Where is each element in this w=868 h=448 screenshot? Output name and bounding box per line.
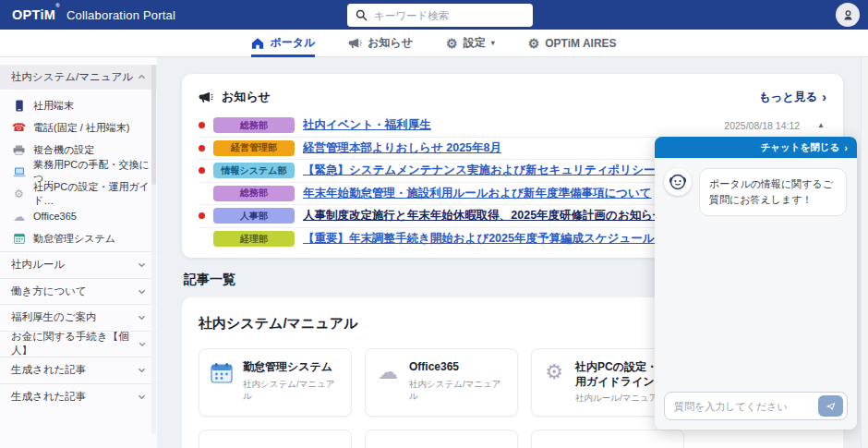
megaphone-icon	[199, 91, 213, 104]
nav-tab-label: お知らせ	[368, 35, 413, 51]
nav-tab-announcements[interactable]: お知らせ	[348, 30, 413, 57]
sidebar-item-label: 勤怠管理システム	[33, 232, 115, 246]
department-badge: 総務部	[213, 117, 295, 133]
department-badge: 総務部	[213, 186, 295, 201]
sidebar-item-company-devices[interactable]: 社用端末	[0, 94, 157, 116]
brand-logo: OPTiM® Collaboration Portal	[0, 7, 175, 22]
unread-dot	[199, 145, 205, 151]
announcement-link[interactable]: 経営管理本部よりおしらせ 2025年8月	[303, 140, 501, 156]
home-icon	[251, 37, 264, 50]
article-card-cutoff[interactable]	[531, 430, 684, 448]
gear-icon: ⚙	[12, 188, 26, 200]
announcement-link[interactable]: 社内イベント・福利厚生	[303, 117, 431, 133]
chat-close-label: チャットを閉じる	[761, 141, 840, 154]
card-title: Office365	[409, 360, 507, 375]
chevron-down-icon	[138, 287, 146, 296]
unread-dot	[199, 212, 205, 219]
send-icon	[826, 401, 837, 412]
chevron-down-icon	[138, 313, 146, 321]
gear-icon: ⚙	[446, 37, 458, 50]
sidebar-section-label: 働き方について	[11, 285, 87, 298]
nav-tab-label: ポータル	[270, 35, 315, 51]
sidebar-section-money-procedures[interactable]: お金に関する手続き【個人】	[0, 331, 157, 357]
announcements-header: お知らせ もっと見る ›	[199, 86, 826, 108]
sidebar-item-office365[interactable]: ☁ Office365	[0, 205, 157, 227]
unread-dot	[199, 122, 205, 128]
gear-icon: ⚙	[528, 37, 540, 50]
unread-dot	[199, 167, 205, 174]
sidebar-section-label: 福利厚生のご案内	[11, 310, 97, 324]
brand-product-name: Collaboration Portal	[66, 8, 175, 22]
person-icon	[841, 8, 855, 22]
sidebar-item-label: 複合機の設定	[33, 143, 94, 157]
sidebar-item-attendance-system[interactable]: 勤怠管理システム	[0, 227, 157, 249]
sidebar-section-label: 社内システム/マニュアル	[11, 70, 133, 84]
trademark-mark: ®	[55, 3, 60, 8]
card-title: 勤怠管理システム	[243, 360, 341, 375]
sidebar: 社内システム/マニュアル 社用端末 ☎ 電話(固定 / 社用端末) 複合機の設定	[0, 57, 157, 448]
see-more-link[interactable]: もっと見る ›	[759, 90, 826, 105]
cloud-icon: ☁	[12, 211, 26, 223]
sidebar-section-company-rules[interactable]: 社内ルール	[0, 251, 157, 278]
sidebar-section-welfare[interactable]: 福利厚生のご案内	[0, 304, 157, 331]
chevron-down-icon	[138, 366, 146, 374]
search-icon	[356, 9, 368, 21]
search-input[interactable]	[374, 10, 524, 21]
announcement-date: 2025/08/18 14:12	[724, 120, 800, 131]
sidebar-item-list: 社用端末 ☎ 電話(固定 / 社用端末) 複合機の設定 業務用PCの手配・交換に…	[0, 90, 157, 251]
app-header: OPTiM® Collaboration Portal	[0, 0, 868, 30]
chevron-down-icon: ▾	[491, 39, 495, 47]
announcement-link[interactable]: 【重要】年末調整手続き開始および2025年度予算編成スケジュールについて	[303, 231, 702, 247]
page-scrollbar-track[interactable]	[861, 57, 868, 448]
article-card-cutoff[interactable]	[199, 430, 352, 448]
article-card-cutoff[interactable]	[365, 430, 518, 448]
laptop-icon	[12, 167, 26, 177]
card-text: Office365 社内システム/マニュアル	[409, 360, 507, 405]
sidebar-section-generated-articles-1[interactable]: 生成された記事	[0, 357, 157, 383]
scroll-up-icon[interactable]: ▲	[817, 121, 826, 129]
chat-close-button[interactable]: チャットを閉じる ›	[655, 137, 857, 158]
nav-tab-label: 設定	[464, 35, 486, 51]
article-card-attendance[interactable]: 勤怠管理システム 社内システム/マニュアル	[199, 348, 352, 417]
card-text: 勤怠管理システム 社内システム/マニュアル	[243, 360, 341, 405]
brand-name: OPTiM®	[12, 7, 60, 22]
sidebar-item-label: 社用端末	[33, 99, 74, 113]
sidebar-scrollbar-thumb[interactable]	[151, 65, 156, 185]
sidebar-section-generated-articles-2[interactable]: 生成された記事	[0, 383, 157, 410]
cloud-icon: ☁	[376, 360, 400, 405]
chat-input-bar	[664, 392, 848, 420]
global-search[interactable]	[347, 4, 533, 27]
chat-question-input[interactable]	[674, 401, 813, 412]
department-badge: 経理部	[213, 231, 295, 247]
nav-tab-optim-aires[interactable]: ⚙ OPTiM AIRES	[528, 30, 617, 57]
article-card-office365[interactable]: ☁ Office365 社内システム/マニュアル	[365, 348, 518, 417]
sidebar-section-work-style[interactable]: 働き方について	[0, 278, 157, 305]
robot-icon	[669, 173, 687, 191]
see-more-label: もっと見る	[759, 90, 818, 105]
sidebar-item-pc-guidelines[interactable]: ⚙ 社内PCの設定・運用ガイド…	[0, 183, 157, 205]
chevron-down-icon	[139, 340, 146, 348]
calendar-icon	[12, 233, 26, 244]
card-subtitle: 社内システム/マニュアル	[409, 379, 507, 403]
calendar-icon	[210, 360, 234, 405]
card-subtitle: 社内システム/マニュアル	[243, 379, 341, 403]
announcement-link[interactable]: 年末年始勤怠管理・施設利用ルールおよび新年度準備事項について	[303, 186, 652, 201]
smartphone-icon	[12, 100, 26, 112]
chat-messages: ポータルの情報に関するご質問にお答えします！	[655, 158, 857, 226]
chevron-down-icon	[138, 393, 146, 401]
announcements-title: お知らせ	[222, 89, 271, 105]
chevron-right-icon: ›	[822, 90, 826, 104]
portal-page: OPTiM® Collaboration Portal ポータル お知らせ ⚙ …	[0, 0, 868, 448]
nav-tab-portal[interactable]: ポータル	[251, 30, 315, 57]
sidebar-section-label: お金に関する手続き【個人】	[11, 330, 139, 357]
announcement-link[interactable]: 人事制度改定施行と年末年始休暇取得、2025年度研修計画のお知らせ	[303, 208, 665, 224]
sidebar-section-internal-systems[interactable]: 社内システム/マニュアル	[0, 65, 157, 90]
phone-icon: ☎	[12, 122, 26, 133]
sidebar-section-label: 社内ルール	[11, 258, 65, 272]
user-avatar-button[interactable]	[836, 3, 860, 27]
send-button[interactable]	[818, 395, 843, 417]
nav-tab-settings[interactable]: ⚙ 設定 ▾	[446, 30, 495, 57]
sidebar-item-phones[interactable]: ☎ 電話(固定 / 社用端末)	[0, 116, 157, 139]
sidebar-section-label: 生成された記事	[11, 390, 86, 404]
announcements-title-group: お知らせ	[199, 89, 271, 105]
